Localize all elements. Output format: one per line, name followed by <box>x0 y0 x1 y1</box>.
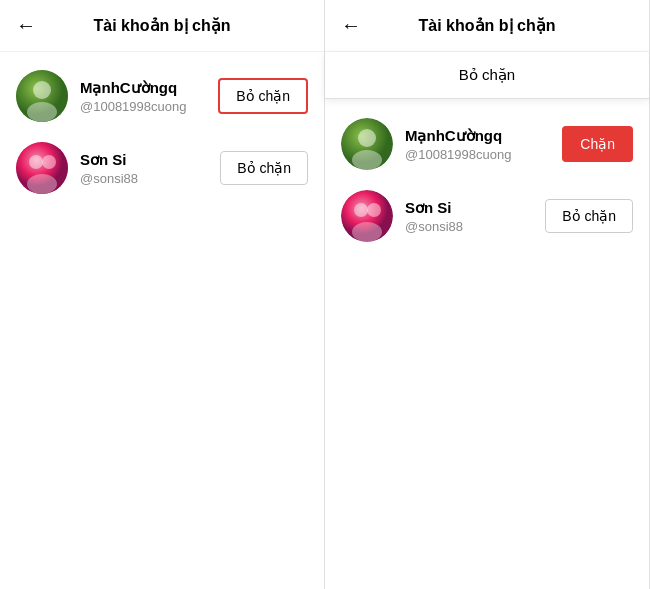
left-user-list: MạnhCườngq @10081998cuong Bỏ chặn <box>0 52 324 589</box>
left-user-handle-1: @sonsi88 <box>80 171 208 186</box>
right-page-title: Tài khoản bị chặn <box>373 16 601 35</box>
right-list-item-1: Sơn Si @sonsi88 Bỏ chặn <box>325 180 649 252</box>
left-back-icon: ← <box>16 14 36 37</box>
svg-point-6 <box>27 174 57 194</box>
right-user-list: MạnhCườngq @10081998cuong Chặn <box>325 100 649 589</box>
left-back-button[interactable]: ← <box>16 14 36 37</box>
right-user-handle-0: @10081998cuong <box>405 147 550 162</box>
left-list-item-1: Sơn Si @sonsi88 Bỏ chặn <box>0 132 324 204</box>
left-header: ← Tài khoản bị chặn <box>0 0 324 52</box>
right-user-info-0: MạnhCườngq @10081998cuong <box>405 127 550 162</box>
right-avatar-0 <box>341 118 393 170</box>
left-page-title: Tài khoản bị chặn <box>48 16 276 35</box>
right-list-item-0: MạnhCườngq @10081998cuong Chặn <box>325 108 649 180</box>
svg-point-11 <box>354 203 368 217</box>
right-panel: ← Tài khoản bị chặn Bỏ chặn <box>325 0 650 589</box>
left-user-name-0: MạnhCườngq <box>80 79 206 97</box>
left-unblock-button-0[interactable]: Bỏ chặn <box>218 78 308 114</box>
svg-point-12 <box>367 203 381 217</box>
right-user-name-0: MạnhCườngq <box>405 127 550 145</box>
right-block-button-0[interactable]: Chặn <box>562 126 633 162</box>
left-list-item-0: MạnhCườngq @10081998cuong Bỏ chặn <box>0 60 324 132</box>
svg-point-1 <box>33 81 51 99</box>
right-back-icon: ← <box>341 14 361 37</box>
svg-point-8 <box>358 129 376 147</box>
svg-point-4 <box>29 155 43 169</box>
right-user-info-1: Sơn Si @sonsi88 <box>405 199 533 234</box>
right-user-name-1: Sơn Si <box>405 199 533 217</box>
left-avatar-1 <box>16 142 68 194</box>
left-user-handle-0: @10081998cuong <box>80 99 206 114</box>
right-header: ← Tài khoản bị chặn <box>325 0 649 52</box>
svg-point-2 <box>27 102 57 122</box>
left-user-info-1: Sơn Si @sonsi88 <box>80 151 208 186</box>
right-avatar-1 <box>341 190 393 242</box>
svg-point-9 <box>352 150 382 170</box>
context-menu-unblock-item[interactable]: Bỏ chặn <box>325 52 649 98</box>
svg-point-5 <box>42 155 56 169</box>
left-unblock-button-1[interactable]: Bỏ chặn <box>220 151 308 185</box>
left-user-info-0: MạnhCườngq @10081998cuong <box>80 79 206 114</box>
svg-point-13 <box>352 222 382 242</box>
right-user-handle-1: @sonsi88 <box>405 219 533 234</box>
left-avatar-0 <box>16 70 68 122</box>
right-unblock-button-1[interactable]: Bỏ chặn <box>545 199 633 233</box>
right-back-button[interactable]: ← <box>341 14 361 37</box>
context-menu: Bỏ chặn <box>325 52 649 99</box>
left-user-name-1: Sơn Si <box>80 151 208 169</box>
left-panel: ← Tài khoản bị chặn <box>0 0 325 589</box>
